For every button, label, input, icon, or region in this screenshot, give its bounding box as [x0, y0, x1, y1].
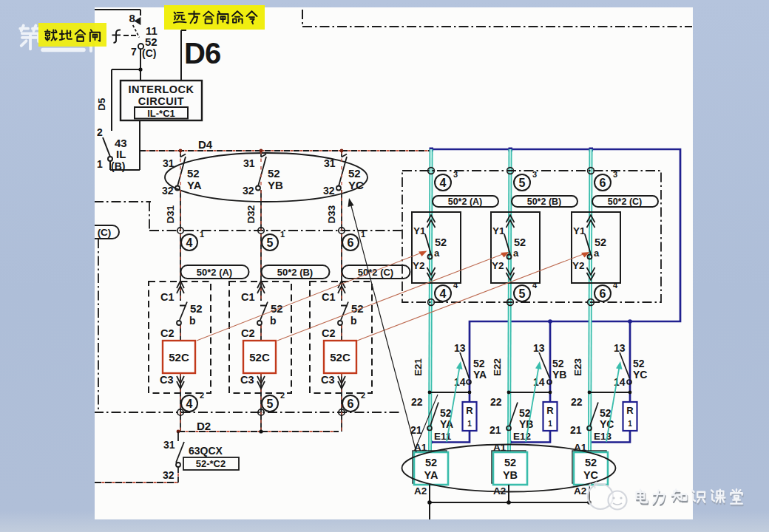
- svg-text:(B): (B): [111, 160, 125, 172]
- svg-text:32: 32: [243, 185, 254, 197]
- svg-text:50*2 (B): 50*2 (B): [527, 197, 562, 207]
- svg-text:52: 52: [585, 457, 597, 468]
- svg-text:32: 32: [163, 469, 175, 481]
- svg-text:YC: YC: [583, 469, 599, 481]
- svg-text:C3: C3: [160, 374, 174, 386]
- svg-text:(C): (C): [98, 227, 112, 238]
- svg-text:INTERLOCK: INTERLOCK: [128, 83, 194, 95]
- svg-text:E13: E13: [594, 431, 612, 442]
- svg-text:Y2: Y2: [572, 260, 585, 271]
- svg-text:52: 52: [435, 236, 447, 248]
- svg-text:50*2 (B): 50*2 (B): [277, 267, 313, 278]
- svg-text:3: 3: [613, 170, 617, 179]
- svg-text:YB: YB: [503, 469, 518, 481]
- svg-text:4: 4: [532, 281, 538, 290]
- svg-text:13: 13: [454, 342, 466, 354]
- svg-text:YB: YB: [552, 369, 566, 381]
- svg-text:C1: C1: [241, 291, 255, 303]
- svg-text:52-*C2: 52-*C2: [196, 458, 226, 469]
- svg-text:a: a: [594, 248, 600, 259]
- svg-text:Y2: Y2: [413, 260, 425, 271]
- svg-text:4: 4: [440, 287, 447, 300]
- svg-text:50*2 (C): 50*2 (C): [358, 267, 393, 278]
- svg-text:52C: 52C: [169, 351, 189, 364]
- svg-text:1: 1: [361, 230, 365, 239]
- svg-text:52: 52: [504, 457, 516, 468]
- svg-text:E23: E23: [572, 358, 583, 377]
- svg-text:1: 1: [280, 230, 285, 239]
- svg-text:50*2 (A): 50*2 (A): [197, 267, 232, 278]
- svg-text:E21: E21: [413, 358, 424, 377]
- svg-text:31: 31: [243, 157, 255, 169]
- svg-text:5: 5: [519, 177, 526, 189]
- svg-text:4: 4: [186, 398, 193, 410]
- svg-text:D6: D6: [184, 37, 220, 69]
- svg-text:13: 13: [614, 342, 626, 354]
- svg-text:R: R: [466, 405, 473, 416]
- svg-text:52: 52: [348, 167, 361, 180]
- svg-text:8: 8: [129, 12, 135, 24]
- svg-text:52: 52: [425, 457, 437, 468]
- svg-text:52: 52: [268, 167, 280, 180]
- svg-text:b: b: [189, 315, 196, 327]
- svg-text:52: 52: [473, 358, 485, 369]
- svg-text:52: 52: [190, 302, 203, 315]
- svg-text:31: 31: [163, 157, 175, 169]
- svg-text:Y1: Y1: [573, 225, 586, 236]
- svg-text:52: 52: [271, 302, 283, 315]
- svg-text:D5: D5: [96, 98, 107, 111]
- svg-text:D2: D2: [197, 420, 211, 432]
- svg-text:52: 52: [633, 358, 645, 369]
- svg-text:6: 6: [600, 287, 606, 300]
- svg-text:2: 2: [200, 391, 204, 400]
- svg-text:A2: A2: [414, 485, 427, 497]
- svg-text:1: 1: [200, 230, 204, 239]
- svg-text:6: 6: [600, 177, 606, 189]
- svg-text:D4: D4: [198, 138, 213, 151]
- svg-text:6: 6: [348, 236, 354, 249]
- svg-text:3: 3: [453, 170, 458, 179]
- svg-text:a: a: [434, 248, 440, 259]
- svg-text:4: 4: [440, 177, 447, 189]
- svg-text:4: 4: [186, 236, 193, 249]
- svg-text:YC: YC: [633, 369, 647, 381]
- svg-text:R: R: [626, 405, 634, 416]
- svg-text:31: 31: [163, 439, 175, 451]
- svg-text:52: 52: [600, 407, 612, 419]
- svg-text:(C): (C): [142, 47, 156, 59]
- svg-text:52: 52: [514, 236, 526, 248]
- svg-text:C1: C1: [322, 291, 336, 303]
- svg-text:21: 21: [489, 424, 501, 436]
- svg-text:2: 2: [361, 391, 365, 400]
- svg-text:32: 32: [162, 185, 174, 197]
- svg-text:C2: C2: [241, 327, 255, 339]
- svg-text:b: b: [270, 315, 277, 327]
- svg-text:63QCX: 63QCX: [189, 445, 223, 457]
- svg-text:C1: C1: [160, 291, 175, 303]
- svg-text:YC: YC: [600, 418, 614, 430]
- svg-text:R: R: [546, 405, 554, 416]
- svg-text:E12: E12: [513, 431, 531, 442]
- svg-text:52C: 52C: [330, 351, 350, 364]
- svg-text:Y1: Y1: [492, 225, 505, 236]
- svg-text:IL-*C1: IL-*C1: [147, 108, 175, 119]
- svg-text:52: 52: [440, 407, 452, 419]
- svg-text:Y2: Y2: [492, 260, 504, 271]
- svg-text:D31: D31: [165, 205, 176, 223]
- svg-text:50*2 (A): 50*2 (A): [448, 197, 483, 207]
- svg-text:YA: YA: [187, 179, 202, 191]
- svg-text:31: 31: [324, 157, 336, 169]
- svg-text:CIRCUIT: CIRCUIT: [138, 95, 184, 107]
- svg-text:YC: YC: [348, 179, 364, 191]
- svg-text:21: 21: [410, 424, 422, 436]
- svg-text:b: b: [350, 315, 357, 327]
- svg-text:C2: C2: [322, 327, 336, 339]
- svg-text:7: 7: [131, 46, 137, 58]
- svg-text:YB: YB: [519, 418, 533, 430]
- svg-text:21: 21: [570, 424, 582, 436]
- svg-text:1: 1: [467, 420, 472, 428]
- svg-text:C2: C2: [160, 327, 175, 339]
- svg-text:22: 22: [411, 396, 423, 408]
- svg-text:5: 5: [267, 398, 274, 410]
- svg-text:52: 52: [594, 236, 606, 248]
